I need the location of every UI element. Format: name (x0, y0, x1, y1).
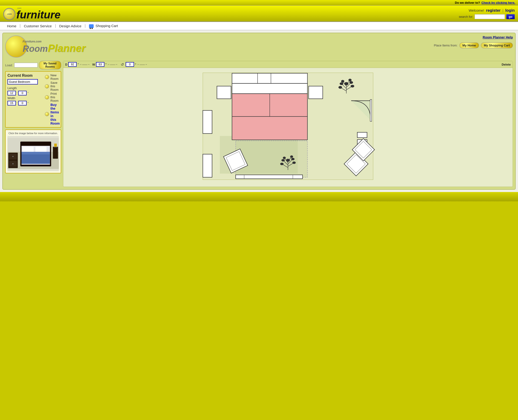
svg-rect-41 (370, 99, 371, 121)
svg-point-6 (12, 163, 13, 164)
search-label: search for: (459, 15, 473, 18)
bed-preview-svg (8, 136, 59, 171)
load-label: Load: (5, 63, 13, 67)
rotate-icon[interactable]: ↺ (120, 62, 125, 67)
main-content: Furniture.com Room Planner Room Planner … (0, 30, 518, 192)
depth-label: D (65, 63, 67, 66)
canvas-toolbar: D " ←——→ W " ←——→ ↺ ° (63, 61, 513, 68)
svg-point-65 (280, 163, 284, 165)
bottom-bar (0, 192, 518, 201)
new-room-label: New Room (50, 74, 60, 81)
my-home-button[interactable]: My Home (459, 43, 479, 48)
svg-point-37 (341, 80, 344, 82)
depth-unit: " (77, 63, 79, 66)
planner-room-text: Room (23, 44, 48, 53)
rotate-unit: ° (135, 63, 136, 66)
svg-rect-42 (357, 132, 367, 138)
width-label: Width (8, 96, 15, 100)
svg-point-61 (291, 158, 295, 160)
save-room-bullet (45, 84, 49, 89)
planner-logo-area: Furniture.com Room Planner (5, 36, 85, 58)
left-panel: Load: My Saved Rooms Current Room Length (5, 61, 61, 173)
svg-point-59 (286, 159, 290, 162)
svg-rect-15 (54, 147, 57, 147)
print-room-action[interactable]: Print this Room (45, 92, 60, 102)
delete-button[interactable]: Delete (502, 63, 511, 66)
place-items-row: Place Items from: My Home My Shopping Ca… (434, 43, 513, 48)
load-input[interactable] (14, 63, 38, 68)
buy-items-label: Buy the Items in this Room (50, 103, 60, 125)
floor-plan[interactable] (63, 68, 513, 185)
length-ft-input[interactable] (8, 91, 16, 95)
width-row: Width (8, 96, 38, 100)
save-room-label: Save this Room (50, 81, 60, 91)
item-preview-box: Click the image below for more informati… (5, 129, 61, 173)
svg-point-5 (12, 156, 13, 157)
planner-header: Furniture.com Room Planner Room Planner … (5, 36, 513, 59)
length-in-input[interactable] (18, 91, 27, 95)
nav-design-advice[interactable]: Design Advice (56, 24, 85, 28)
room-box-inner: Current Room Length ' " (8, 74, 59, 125)
logo-area: .com .com furniture (3, 7, 61, 20)
svg-point-62 (283, 157, 286, 159)
room-floor-plan-svg (63, 68, 513, 185)
svg-rect-47 (236, 175, 302, 179)
svg-rect-44 (203, 110, 212, 134)
width-arrow: ←——→ (108, 63, 118, 66)
help-link[interactable]: Room Planner Help (483, 36, 513, 39)
svg-rect-14 (54, 143, 57, 147)
svg-rect-23 (232, 83, 307, 94)
width-ft-input[interactable] (8, 101, 16, 105)
current-room-box: Current Room Length ' " (5, 71, 61, 128)
current-room-title: Current Room (8, 74, 38, 78)
logo-circle: .com (3, 8, 15, 20)
rotate-input[interactable] (126, 62, 134, 67)
load-section: Load: My Saved Rooms (5, 61, 61, 69)
room-name-input[interactable] (8, 79, 38, 84)
check-link[interactable]: Check by clicking here. (481, 1, 515, 4)
depth-input[interactable] (68, 62, 77, 67)
svg-point-34 (344, 82, 348, 85)
width-group: W " ←——→ (92, 62, 118, 67)
length-inputs: ' " (8, 91, 38, 95)
register-link[interactable]: register (486, 8, 501, 13)
search-input[interactable] (475, 14, 505, 19)
logo-circle-text: .com (7, 13, 12, 15)
buy-items-action[interactable]: Buy the Items in this Room (45, 103, 60, 125)
width-inputs: ' " (8, 101, 38, 105)
width-in-input[interactable] (18, 101, 27, 105)
auth-row: Welcome! register | login (469, 8, 515, 13)
svg-rect-13 (53, 147, 58, 159)
login-link[interactable]: login (505, 8, 515, 13)
svg-point-60 (281, 159, 285, 161)
svg-point-38 (348, 79, 351, 81)
header-right: Welcome! register | login search for: go (459, 8, 515, 19)
preview-title: Click the image below for more informati… (8, 132, 59, 135)
header: .com .com furniture Welcome! register | … (0, 6, 518, 22)
nav-bar: Home | Customer Service | Design Advice … (0, 22, 518, 30)
svg-point-36 (350, 81, 353, 83)
planner-name-row: Room Planner (23, 43, 85, 53)
svg-rect-45 (203, 154, 212, 177)
save-room-action[interactable]: Save this Room (45, 81, 60, 91)
new-room-action[interactable]: New Room (45, 74, 60, 81)
go-button[interactable]: go (506, 14, 515, 19)
preview-image[interactable] (8, 136, 59, 171)
nav-home[interactable]: Home (4, 24, 20, 28)
place-items-label: Place Items from: (434, 44, 457, 47)
my-shopping-cart-button[interactable]: My Shopping Cart (481, 43, 513, 48)
svg-rect-18 (232, 73, 307, 83)
length-label: Length (8, 86, 17, 90)
rotate-group: ↺ ° ←——→ (120, 62, 147, 67)
nav-shopping-cart[interactable]: Shopping Cart (86, 24, 121, 28)
logo-text: .com furniture (16, 7, 61, 20)
length-row: Length (8, 86, 38, 90)
svg-point-39 (351, 85, 354, 87)
width-tb-input[interactable] (96, 62, 104, 67)
my-saved-rooms-button[interactable]: My Saved Rooms (39, 61, 61, 69)
svg-rect-46 (236, 141, 307, 177)
nav-customer-service[interactable]: Customer Service (21, 24, 55, 28)
welcome-text: Welcome! (469, 8, 484, 12)
search-row: search for: go (459, 14, 515, 19)
width-unit: " (105, 63, 107, 66)
